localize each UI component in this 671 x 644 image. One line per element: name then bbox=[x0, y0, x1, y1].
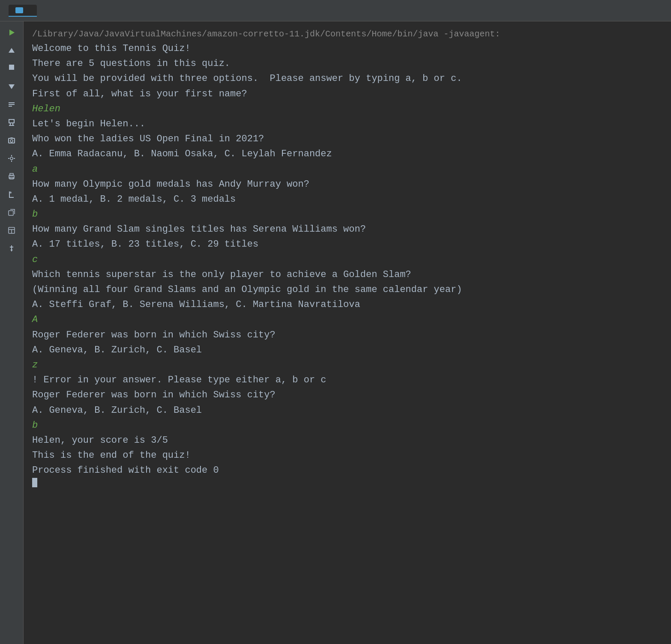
svg-rect-21 bbox=[10, 177, 13, 179]
console-content: /Library/Java/JavaVirtualMachines/amazon… bbox=[24, 26, 671, 489]
console-line: (Winning all four Grand Slams and an Oly… bbox=[32, 282, 662, 297]
console-line: Let's begin Helen... bbox=[32, 116, 662, 131]
svg-point-14 bbox=[10, 157, 13, 160]
console-line: Process finished with exit code 0 bbox=[32, 463, 662, 478]
console-line: A. 1 medal, B. 2 medals, C. 3 medals bbox=[32, 192, 662, 207]
console-line: A. Emma Radacanu, B. Naomi Osaka, C. Ley… bbox=[32, 146, 662, 161]
main-tab[interactable] bbox=[9, 5, 37, 17]
layout-button[interactable] bbox=[4, 223, 19, 238]
pin2-button[interactable] bbox=[4, 241, 19, 256]
console-line: There are 5 questions in this quiz. bbox=[32, 56, 662, 71]
left-toolbar bbox=[0, 21, 24, 644]
pin-button[interactable] bbox=[4, 115, 19, 130]
console-line: Which tennis superstar is the only playe… bbox=[32, 267, 662, 282]
console-line: Roger Federer was born in which Swiss ci… bbox=[32, 328, 662, 343]
console-line: z bbox=[32, 358, 662, 373]
svg-point-12 bbox=[10, 140, 13, 142]
stop-button[interactable] bbox=[4, 61, 19, 76]
console-line: A. 17 titles, B. 23 titles, C. 29 titles bbox=[32, 237, 662, 252]
rerun-button[interactable] bbox=[4, 97, 19, 112]
console-line: A. Geneva, B. Zurich, C. Basel bbox=[32, 343, 662, 358]
cursor-line bbox=[32, 478, 662, 487]
console-line: Who won the ladies US Open Final in 2021… bbox=[32, 131, 662, 146]
console-line: a bbox=[32, 162, 662, 177]
console-line: Helen bbox=[32, 101, 662, 116]
console-line: Helen, your score is 3/5 bbox=[32, 433, 662, 448]
console-line: b bbox=[32, 207, 662, 222]
run-button[interactable] bbox=[4, 25, 19, 40]
console-line: b bbox=[32, 418, 662, 433]
console-line: Roger Federer was born in which Swiss ci… bbox=[32, 388, 662, 402]
console-line: This is the end of the quiz! bbox=[32, 448, 662, 463]
svg-rect-24 bbox=[9, 211, 13, 215]
console-area[interactable]: /Library/Java/JavaVirtualMachines/amazon… bbox=[24, 21, 671, 644]
console-line: /Library/Java/JavaVirtualMachines/amazon… bbox=[32, 27, 662, 41]
ide-window: /Library/Java/JavaVirtualMachines/amazon… bbox=[0, 0, 671, 644]
scroll-up-button[interactable] bbox=[4, 43, 19, 58]
console-line: c bbox=[32, 252, 662, 267]
console-line: How many Olympic gold medals has Andy Mu… bbox=[32, 177, 662, 192]
console-line: A. Geneva, B. Zurich, C. Basel bbox=[32, 403, 662, 418]
svg-rect-13 bbox=[10, 137, 13, 139]
settings-button[interactable] bbox=[4, 151, 19, 166]
main-content: /Library/Java/JavaVirtualMachines/amazon… bbox=[0, 21, 671, 644]
console-line: First of all, what is your first name? bbox=[32, 86, 662, 101]
console-line: You will be provided with three options.… bbox=[32, 71, 662, 86]
svg-rect-20 bbox=[10, 173, 13, 176]
print-button[interactable] bbox=[4, 169, 19, 184]
console-line: A bbox=[32, 312, 662, 327]
svg-rect-7 bbox=[9, 119, 14, 123]
tab-bar bbox=[0, 0, 671, 21]
svg-marker-1 bbox=[9, 48, 15, 53]
restore-button[interactable] bbox=[4, 205, 19, 220]
svg-marker-0 bbox=[9, 30, 15, 36]
svg-marker-30 bbox=[10, 250, 13, 251]
screenshot-button[interactable] bbox=[4, 133, 19, 148]
svg-rect-2 bbox=[9, 65, 14, 70]
scroll-down-button[interactable] bbox=[4, 79, 19, 94]
tab-icon bbox=[15, 7, 23, 13]
console-line: ! Error in your answer. Please type eith… bbox=[32, 373, 662, 388]
console-line: A. Steffi Graf, B. Serena Williams, C. M… bbox=[32, 297, 662, 312]
console-line: How many Grand Slam singles titles has S… bbox=[32, 222, 662, 237]
svg-marker-3 bbox=[9, 84, 15, 89]
clear-button[interactable] bbox=[4, 187, 19, 202]
console-line: Welcome to this Tennis Quiz! bbox=[32, 41, 662, 56]
text-cursor bbox=[32, 478, 37, 487]
